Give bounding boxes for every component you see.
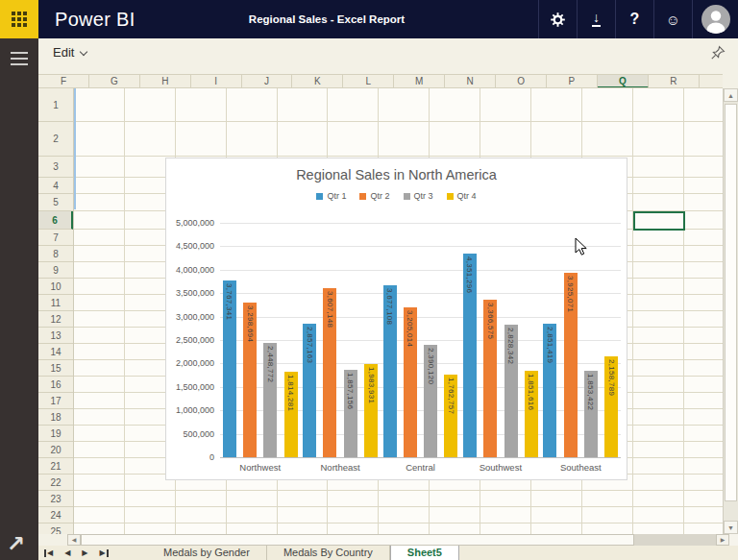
column-header-o[interactable]: O [496,75,547,88]
last-sheet-button[interactable]: ▶ [99,549,108,557]
data-label: 1,851,616 [527,374,535,410]
bar-qtr2-central[interactable]: 3,205,014 [404,307,417,457]
row-header-23[interactable]: 23 [38,491,73,507]
row-header-19[interactable]: 19 [38,426,73,442]
tab-medals-by-gender[interactable]: Medals by Gender [147,546,267,560]
row-header-25[interactable]: 25 [38,523,73,534]
bar-qtr1-southeast[interactable]: 2,851,419 [543,324,556,457]
pin-visual-button[interactable] [710,45,726,64]
row-header-21[interactable]: 21 [38,458,73,475]
bar-qtr4-northwest[interactable]: 1,814,281 [284,372,298,457]
legend-item-qtr-2[interactable]: Qtr 2 [359,191,389,201]
help-button[interactable]: ? [615,0,653,38]
sheet-tabs: Medals by GenderMedals By CountrySheet5 [147,546,459,560]
row-header-22[interactable]: 22 [38,475,73,491]
row-header-2[interactable]: 2 [38,122,73,157]
column-header-k[interactable]: K [293,75,344,88]
row-header-13[interactable]: 13 [38,328,73,344]
row-header-8[interactable]: 8 [38,246,73,262]
bar-qtr3-southeast[interactable]: 1,853,422 [584,371,598,457]
bar-qtr2-southeast[interactable]: 3,925,071 [564,273,578,457]
vertical-scroll-thumb[interactable] [725,104,737,501]
bar-qtr2-northeast[interactable]: 3,607,148 [323,288,336,457]
column-header-l[interactable]: L [343,75,394,88]
row-header-9[interactable]: 9 [38,262,73,279]
column-header-q[interactable]: Q [598,75,649,88]
scroll-left-button[interactable]: ◀ [67,534,81,546]
horizontal-scrollbar[interactable]: ◀ ▶ [67,534,738,546]
legend-item-qtr-3[interactable]: Qtr 3 [404,191,433,201]
row-header-18[interactable]: 18 [38,409,73,426]
menu-button[interactable] [11,52,28,69]
category-label-southwest: Southwest [460,462,540,473]
bar-qtr3-northeast[interactable]: 1,857,156 [344,370,357,457]
tab-sheet5[interactable]: Sheet5 [390,546,459,560]
legend-label: Qtr 4 [457,191,477,201]
legend-item-qtr-4[interactable]: Qtr 4 [447,191,477,201]
row-header-24[interactable]: 24 [38,507,73,523]
bar-qtr1-northeast[interactable]: 2,857,163 [303,324,316,457]
row-header-17[interactable]: 17 [38,393,73,409]
row-header-11[interactable]: 11 [38,295,73,311]
scroll-right-button[interactable]: ▶ [716,534,729,546]
column-header-n[interactable]: N [445,75,496,88]
legend-swatch-icon [316,193,323,200]
bar-qtr3-central[interactable]: 2,390,120 [424,345,437,457]
settings-button[interactable] [538,0,577,38]
bar-qtr4-southeast[interactable]: 2,158,789 [604,356,618,457]
column-header-g[interactable]: G [89,75,140,88]
legend-item-qtr-1[interactable]: Qtr 1 [316,191,346,201]
horizontal-scroll-thumb[interactable] [81,534,634,546]
row-header-14[interactable]: 14 [38,344,73,360]
bar-qtr4-northeast[interactable]: 1,983,931 [364,364,378,457]
download-button[interactable]: ↓ [577,0,615,38]
column-header-f[interactable]: F [38,75,89,88]
column-header-m[interactable]: M [394,75,445,88]
account-button[interactable] [692,0,738,38]
bar-qtr3-northwest[interactable]: 2,448,772 [263,343,277,458]
row-header-6[interactable]: 6 [38,211,73,230]
feedback-button[interactable]: ☺ [653,0,692,38]
first-sheet-button[interactable]: ◀ [44,549,53,557]
bar-qtr2-northwest[interactable]: 3,298,694 [243,303,257,457]
bar-qtr4-southwest[interactable]: 1,851,616 [525,371,538,457]
avatar-icon [701,5,730,34]
next-sheet-button[interactable]: ▶ [82,549,87,557]
bar-qtr3-southwest[interactable]: 2,828,342 [504,325,518,457]
bar-qtr4-central[interactable]: 1,762,757 [444,375,457,457]
bar-qtr1-central[interactable]: 3,677,108 [383,285,397,457]
bar-qtr1-northwest[interactable]: 3,767,341 [223,280,236,457]
column-header-r[interactable]: R [649,75,700,88]
row-header-4[interactable]: 4 [38,178,73,194]
scroll-up-button[interactable]: ▲ [724,88,738,102]
tab-medals-by-country[interactable]: Medals By Country [267,546,390,560]
legend-swatch-icon [359,193,366,200]
selected-cell-q6[interactable] [633,211,685,231]
row-header-7[interactable]: 7 [38,230,73,246]
column-header-i[interactable]: I [191,75,242,88]
row-header-5[interactable]: 5 [38,194,73,211]
edit-menu-button[interactable]: Edit [53,38,86,67]
row-header-12[interactable]: 12 [38,311,73,328]
column-header-p[interactable]: P [547,75,598,88]
column-header-j[interactable]: J [242,75,293,88]
previous-sheet-button[interactable]: ◀ [64,549,70,557]
column-header-h[interactable]: H [140,75,191,88]
row-header-16[interactable]: 16 [38,377,73,393]
vertical-scrollbar[interactable]: ▲ ▼ [723,88,738,534]
row-header-10[interactable]: 10 [38,279,73,295]
row-header-15[interactable]: 15 [38,360,73,377]
scroll-down-button[interactable]: ▼ [724,521,738,534]
chart-regional-sales[interactable]: Regional Sales in North America Qtr 1Qtr… [165,158,627,480]
selection-remnant-line [74,88,76,209]
bar-qtr1-southwest[interactable]: 4,351,296 [463,254,477,457]
data-label: 3,925,071 [566,276,575,312]
bar-qtr2-southwest[interactable]: 3,366,575 [483,300,497,457]
row-header-1[interactable]: 1 [38,88,73,122]
row-header-20[interactable]: 20 [38,442,73,458]
product-name: Power BI [55,0,135,38]
expand-icon[interactable]: ↗ [7,531,25,557]
gridline [220,387,621,388]
app-launcher-button[interactable] [0,0,38,38]
row-header-3[interactable]: 3 [38,157,73,178]
